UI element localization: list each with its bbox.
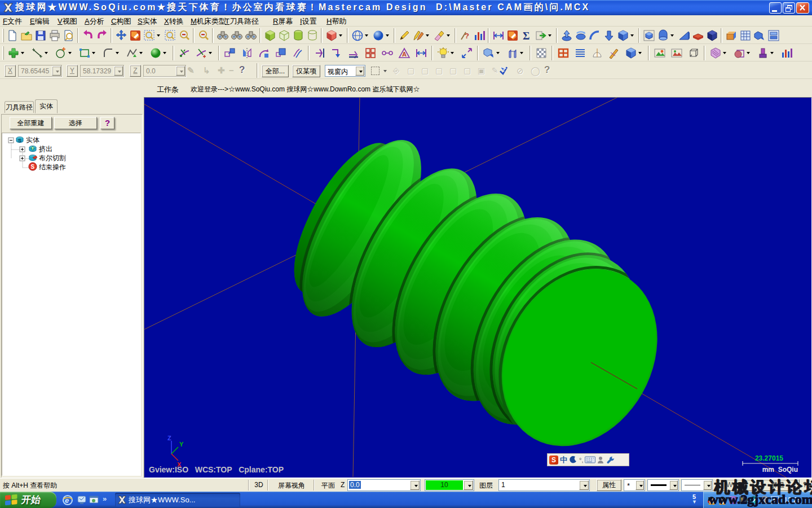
svg-text:Σ: Σ bbox=[523, 30, 529, 42]
svg-text:S: S bbox=[18, 138, 21, 143]
svg-text:23.27015: 23.27015 bbox=[755, 454, 783, 462]
svg-text:e: e bbox=[65, 496, 69, 505]
svg-text:Gview:ISO WCS:TOP Cplane:T: Gview:ISO WCS:TOP Cplane:TOP bbox=[149, 465, 284, 474]
svg-text:?: ? bbox=[465, 32, 469, 40]
svg-text:Y: Y bbox=[179, 441, 184, 448]
svg-text:A: A bbox=[402, 51, 407, 58]
svg-text:Z: Z bbox=[167, 435, 171, 441]
svg-text:mm SoQiu: mm SoQiu bbox=[762, 466, 798, 474]
svg-text:S: S bbox=[31, 164, 35, 170]
